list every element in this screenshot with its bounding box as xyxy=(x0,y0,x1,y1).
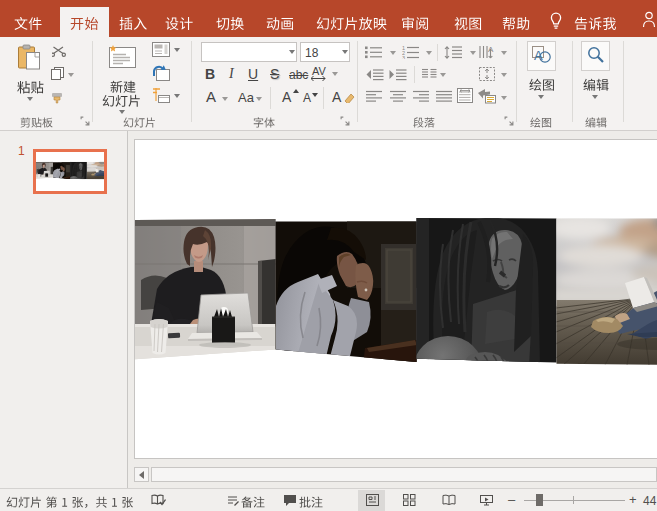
svg-text:3: 3 xyxy=(402,55,405,59)
svg-text:A: A xyxy=(488,45,494,54)
